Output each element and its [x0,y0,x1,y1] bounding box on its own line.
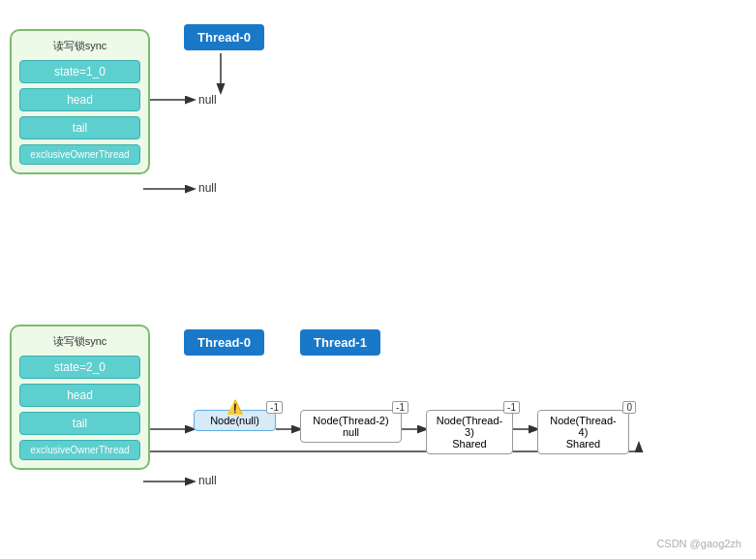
node-null-badge: -1 [266,401,283,414]
field-state-top: state=1_0 [19,60,140,83]
node-thread2-badge: -1 [392,401,408,414]
sync-obj-bottom: 读写锁sync state=2_0 head tail exclusiveOwn… [10,325,150,470]
node-thread2-label: Node(Thread-2) null [313,415,388,438]
node-null-label: Node(null) [210,415,259,426]
head-null-top: null [198,93,217,107]
exclusiveowner-null-top: null [198,181,217,195]
field-state-bottom: state=2_0 [19,356,140,379]
watermark: CSDN @gaog2zh [656,538,741,549]
thread-0-top: Thread-0 [184,24,264,50]
warning-icon: ⚠️ [227,399,243,415]
exclusiveowner-null-bottom: null [198,474,217,487]
node-thread2: -1 Node(Thread-2) null [300,410,402,443]
field-head-top: head [19,88,140,111]
field-exclusiveOwner-top: exclusiveOwnerThread [19,144,140,165]
node-thread4-label: Node(Thread-4)Shared [550,415,616,450]
thread-0-bottom: Thread-0 [184,329,264,356]
node-thread4-badge: 0 [622,401,636,414]
node-thread3-badge: -1 [503,401,520,414]
sync-label-bottom: 读写锁sync [19,334,140,349]
node-thread3: -1 Node(Thread-3)Shared [426,410,513,454]
node-thread3-label: Node(Thread-3)Shared [437,415,502,450]
field-tail-top: tail [19,116,140,140]
sync-obj-top: 读写锁sync state=1_0 head tail exclusiveOwn… [10,29,150,174]
thread-1-bottom: Thread-1 [300,329,380,356]
field-head-bottom: head [19,384,140,407]
node-thread4: 0 Node(Thread-4)Shared [537,410,629,454]
field-exclusiveOwner-bottom: exclusiveOwnerThread [19,440,140,460]
field-tail-bottom: tail [19,412,140,435]
sync-label-top: 读写锁sync [19,39,140,53]
node-null: ⚠️ -1 Node(null) [194,410,276,431]
